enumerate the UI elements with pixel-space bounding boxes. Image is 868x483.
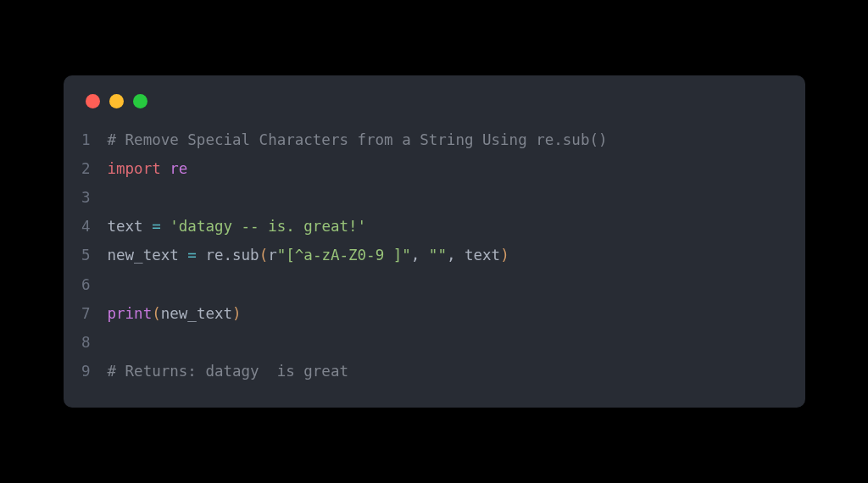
code-line[interactable]: 3 [64, 183, 805, 212]
close-icon[interactable] [86, 94, 100, 108]
line-number: 9 [64, 357, 108, 386]
token-operator: = [152, 218, 161, 235]
line-number: 7 [64, 299, 108, 328]
token-keyword: import [108, 160, 161, 177]
code-window: 1# Remove Special Characters from a Stri… [64, 75, 805, 408]
token-comment: # Remove Special Characters from a Strin… [108, 131, 608, 148]
line-number: 2 [64, 154, 108, 183]
code-content[interactable] [108, 328, 117, 357]
token-paren: ) [232, 305, 242, 322]
token-paren: ( [152, 305, 161, 322]
token-builtin: print [108, 305, 153, 322]
token-string: 'datagy -- is. great!' [170, 218, 366, 235]
code-line[interactable]: 4text = 'datagy -- is. great!' [64, 212, 805, 241]
token-prefix: r [268, 247, 277, 264]
code-line[interactable]: 2import re [64, 154, 805, 183]
token-operator: = [187, 247, 197, 264]
token-ident [161, 218, 170, 235]
token-paren: ( [259, 247, 269, 264]
minimize-icon[interactable] [109, 94, 124, 108]
token-string: "" [429, 247, 447, 264]
line-number: 8 [64, 328, 108, 357]
token-ident [161, 160, 170, 177]
token-ident: , [411, 247, 429, 264]
code-line[interactable]: 7print(new_text) [64, 299, 805, 328]
token-ident: text [108, 218, 153, 235]
token-ident: re.sub [197, 247, 259, 264]
line-number: 3 [64, 183, 108, 212]
token-paren: ) [500, 247, 509, 264]
code-line[interactable]: 1# Remove Special Characters from a Stri… [64, 125, 805, 154]
token-ident: new_text [108, 247, 188, 264]
token-string: "[^a-zA-Z0-9 ]" [277, 247, 411, 264]
token-comment: # Returns: datagy is great [108, 363, 348, 380]
line-number: 4 [64, 212, 108, 241]
code-line[interactable]: 9# Returns: datagy is great [64, 357, 805, 386]
code-content[interactable]: print(new_text) [108, 299, 242, 328]
window-titlebar [64, 94, 805, 125]
code-line[interactable]: 6 [64, 270, 805, 299]
code-content[interactable]: text = 'datagy -- is. great!' [108, 212, 367, 241]
code-content[interactable] [108, 183, 117, 212]
code-line[interactable]: 5new_text = re.sub(r"[^a-zA-Z0-9 ]", "",… [64, 241, 805, 269]
code-content[interactable] [108, 270, 117, 299]
code-content[interactable]: # Returns: datagy is great [108, 357, 348, 386]
code-line[interactable]: 8 [64, 328, 805, 357]
line-number: 5 [64, 241, 108, 269]
token-module: re [170, 160, 187, 177]
line-number: 1 [64, 125, 108, 154]
code-editor[interactable]: 1# Remove Special Characters from a Stri… [64, 125, 805, 386]
maximize-icon[interactable] [133, 94, 147, 108]
code-content[interactable]: new_text = re.sub(r"[^a-zA-Z0-9 ]", "", … [108, 241, 509, 269]
code-content[interactable]: import re [108, 154, 188, 183]
code-content[interactable]: # Remove Special Characters from a Strin… [108, 125, 608, 154]
token-ident: new_text [161, 305, 232, 322]
line-number: 6 [64, 270, 108, 299]
token-ident: , text [447, 247, 500, 264]
